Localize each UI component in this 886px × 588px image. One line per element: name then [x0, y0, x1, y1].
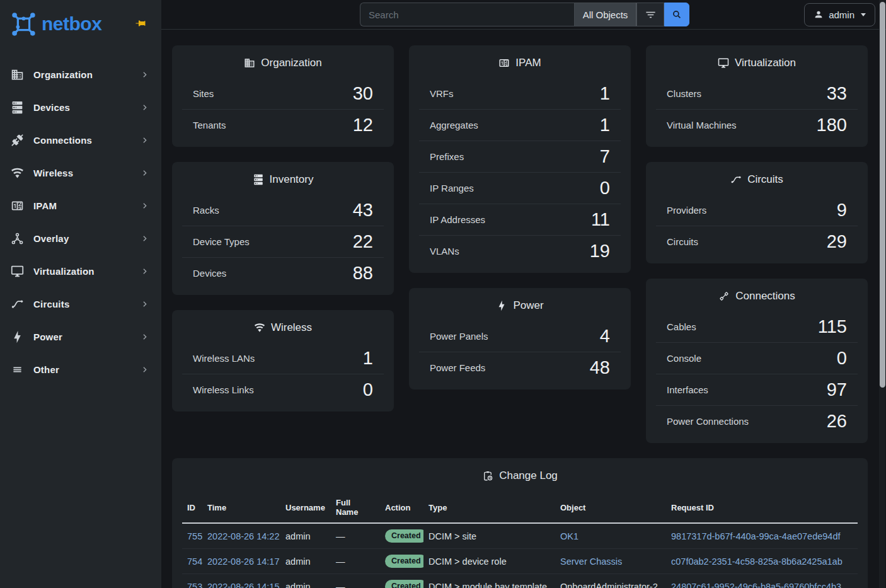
stat-label: IP Ranges — [430, 183, 474, 193]
search-scope-button[interactable]: All Objects — [574, 3, 636, 26]
lightning-bolt-icon — [496, 300, 507, 311]
type-cell: DCIM > site — [429, 531, 476, 541]
stat-row-aggregates: Aggregates 1 — [419, 109, 621, 141]
stat-value-link[interactable]: 1 — [600, 84, 610, 103]
stat-value-link[interactable]: 29 — [827, 233, 847, 251]
stat-label: Power Feeds — [430, 362, 485, 373]
stat-label: Aggregates — [430, 120, 478, 130]
global-search: All Objects — [360, 3, 689, 26]
stat-value-link[interactable]: 30 — [353, 84, 373, 103]
sidebar-item-virtualization[interactable]: Virtualization — [0, 255, 161, 287]
stat-value-link[interactable]: 48 — [590, 359, 610, 377]
sidebar-item-label: Connections — [33, 135, 141, 146]
stat-value-link[interactable]: 0 — [837, 349, 847, 367]
sidebar-pin-icon[interactable] — [135, 18, 146, 29]
stat-value-link[interactable]: 180 — [817, 116, 847, 134]
stat-value-link[interactable]: 0 — [600, 179, 610, 197]
object-cell: OnboardAdministrator-2 — [560, 582, 658, 588]
request-id-link[interactable]: 24807c61-9952-49c6-b8a5-69760bfcc4b3 — [671, 582, 841, 588]
stat-value-link[interactable]: 4 — [600, 327, 610, 345]
change-time-link[interactable]: 2022-08-26 14:17 — [207, 556, 280, 567]
full-name-cell: — — [336, 582, 345, 588]
stat-value-link[interactable]: 1 — [600, 116, 610, 134]
stat-row-sites: Sites 30 — [182, 78, 384, 109]
stat-value-link[interactable]: 97 — [827, 381, 847, 399]
stat-label: Cables — [667, 321, 696, 332]
change-time-link[interactable]: 2022-08-26 14:22 — [207, 531, 280, 541]
stat-label: IP Addresses — [430, 214, 485, 225]
sidebar-item-label: Other — [33, 364, 141, 375]
object-link[interactable]: OK1 — [560, 531, 578, 541]
request-id-link[interactable]: 9817317d-b67f-440a-99ca-4ae07ede94df — [671, 531, 840, 541]
object-link[interactable]: Server Chassis — [560, 556, 622, 567]
stat-label: Power Connections — [667, 416, 749, 427]
stat-value-link[interactable]: 33 — [827, 84, 847, 103]
sidebar-item-organization[interactable]: Organization — [0, 58, 161, 91]
sidebar-item-other[interactable]: Other — [0, 353, 161, 386]
sidebar-item-overlay[interactable]: Overlay — [0, 222, 161, 255]
search-input[interactable] — [360, 3, 574, 26]
sidebar-item-connections[interactable]: Connections — [0, 124, 161, 156]
user-menu-button[interactable]: admin — [804, 3, 875, 26]
column-header-id: ID — [182, 493, 202, 523]
search-submit-button[interactable] — [664, 3, 689, 26]
stat-value-link[interactable]: 7 — [600, 147, 610, 166]
cable-icon — [718, 291, 730, 302]
change-id-link[interactable]: 755 — [187, 531, 202, 541]
card-wireless: Wireless Wireless LANs 1 Wireless Links … — [172, 310, 394, 412]
change-time-link[interactable]: 2022-08-26 14:15 — [207, 582, 280, 588]
person-icon — [814, 9, 824, 20]
stat-label: Providers — [667, 205, 706, 216]
stat-row-cables: Cables 115 — [656, 311, 858, 342]
stat-value-link[interactable]: 0 — [363, 381, 373, 399]
card-ipam: IPAM VRFs 1 Aggregates 1 — [409, 45, 631, 273]
stat-value-link[interactable]: 12 — [353, 116, 373, 134]
scrollbar-thumb[interactable] — [880, 2, 885, 388]
stat-row-interfaces: Interfaces 97 — [656, 374, 858, 405]
stat-label: Power Panels — [430, 331, 488, 342]
chevron-right-icon — [141, 169, 149, 177]
stat-value-link[interactable]: 88 — [353, 264, 373, 282]
chevron-right-icon — [141, 234, 149, 243]
action-badge: Created — [385, 555, 423, 568]
card-circuits: Circuits Providers 9 Circuits 29 — [646, 162, 868, 263]
sidebar-item-circuits[interactable]: Circuits — [0, 287, 161, 320]
sidebar-item-wireless[interactable]: Wireless — [0, 156, 161, 189]
card-connections: Connections Cables 115 Console 0 — [646, 279, 868, 443]
stat-value-link[interactable]: 43 — [353, 201, 373, 219]
change-id-link[interactable]: 754 — [187, 556, 202, 567]
table-row: 753 2022-08-26 14:15 admin — Created DCI… — [182, 574, 858, 588]
stat-value-link[interactable]: 1 — [363, 349, 373, 367]
sidebar-item-power[interactable]: Power — [0, 320, 161, 353]
stat-row-virtual-machines: Virtual Machines 180 — [656, 109, 858, 141]
sidebar-item-label: Circuits — [33, 299, 141, 309]
sidebar-item-label: IPAM — [33, 200, 141, 211]
stat-value-link[interactable]: 115 — [818, 318, 847, 336]
username-cell: admin — [285, 582, 311, 588]
table-row: 754 2022-08-26 14:17 admin — Created DCI… — [182, 549, 858, 574]
stat-value-link[interactable]: 26 — [827, 412, 847, 430]
topbar: All Objects admin — [161, 0, 886, 30]
dashboard-column-1: Organization Sites 30 Tenants 12 — [172, 45, 394, 443]
netbox-logo[interactable]: netbox — [0, 0, 161, 42]
stat-label: Wireless LANs — [193, 353, 255, 364]
stat-value-link[interactable]: 22 — [353, 233, 373, 251]
chevron-right-icon — [141, 333, 149, 341]
request-id-link[interactable]: c07f0ab2-2351-4c58-825a-8b6a2425a1ab — [671, 556, 843, 567]
search-icon — [671, 9, 682, 20]
stat-label: Interfaces — [667, 384, 708, 395]
stat-row-ip-addresses: IP Addresses 11 — [419, 204, 621, 235]
stat-row-prefixes: Prefixes 7 — [419, 141, 621, 172]
change-id-link[interactable]: 753 — [187, 582, 202, 588]
sidebar-item-ipam[interactable]: IPAM — [0, 189, 161, 222]
stat-value-link[interactable]: 11 — [591, 210, 610, 229]
sidebar-item-label: Power — [33, 331, 141, 342]
sidebar-item-devices[interactable]: Devices — [0, 91, 161, 124]
card-title: Organization — [261, 57, 321, 69]
stat-row-console: Console 0 — [656, 342, 858, 374]
stat-value-link[interactable]: 19 — [590, 242, 610, 260]
filter-button[interactable] — [636, 3, 664, 26]
stat-row-racks: Racks 43 — [182, 194, 384, 226]
stat-value-link[interactable]: 9 — [837, 201, 847, 219]
action-badge: Created — [385, 580, 423, 588]
